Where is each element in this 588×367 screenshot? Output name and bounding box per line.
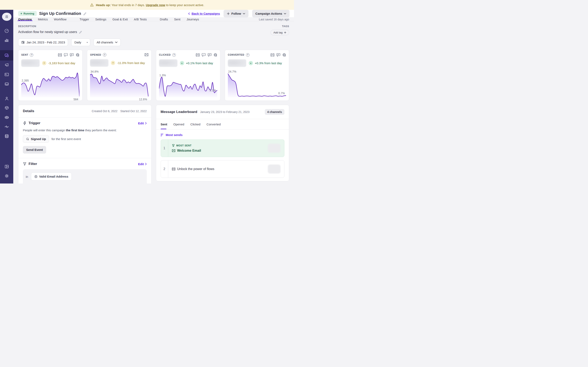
edit-trigger-link[interactable]: Edit bbox=[138, 122, 147, 125]
rank-number: 1 bbox=[161, 140, 168, 157]
sidebar-item-objects[interactable] bbox=[0, 103, 13, 113]
metric-card-clicked: CLICKED ? ▲ +0.1% from last day 1.3% 1.1… bbox=[156, 50, 220, 101]
edit-filter-link[interactable]: Edit bbox=[138, 162, 147, 166]
redacted-value-blob bbox=[159, 59, 177, 67]
sidebar-item-settings[interactable] bbox=[0, 171, 13, 181]
leaderboard-row-2[interactable]: 2 Unlock the power of flows bbox=[161, 160, 285, 178]
calendar-icon bbox=[21, 41, 25, 44]
webhook-globe-icon bbox=[76, 53, 79, 57]
trial-banner: Heads up: Your trial ends in 7 days. Upg… bbox=[0, 0, 294, 10]
trigger-event-chip[interactable]: Signed Up bbox=[23, 135, 49, 143]
opened-sparkline bbox=[90, 72, 148, 97]
message-name: Unlock the power of flows bbox=[177, 167, 214, 171]
help-icon[interactable]: ? bbox=[172, 53, 176, 57]
leaderboard-row-1[interactable]: 1 MOST SENT Welcome Email bbox=[161, 140, 285, 157]
sidebar-item-dashboard[interactable] bbox=[0, 26, 13, 35]
sort-most-sends[interactable]: Most sends bbox=[156, 129, 289, 140]
chart-start-value: 2,395 bbox=[22, 79, 29, 82]
message-name: Welcome Email bbox=[177, 149, 201, 152]
trigger-section: Trigger Edit People will enter this camp… bbox=[18, 117, 151, 158]
tab-sent[interactable]: Sent bbox=[174, 17, 181, 21]
converted-sparkline bbox=[228, 72, 286, 97]
tab-trigger[interactable]: Trigger bbox=[79, 17, 89, 21]
sidebar-item-data[interactable] bbox=[0, 132, 13, 141]
building-icon bbox=[4, 15, 9, 19]
add-tag-button[interactable]: Add tag bbox=[270, 30, 289, 35]
granularity-select[interactable]: Daily ▾ bbox=[71, 39, 90, 46]
leaderboard-tab-sent[interactable]: Sent bbox=[161, 119, 167, 129]
description-text: Activation flow for newly signed up user… bbox=[18, 30, 77, 34]
clicked-sparkline bbox=[159, 72, 217, 97]
email-icon bbox=[270, 53, 274, 57]
redacted-value-blob bbox=[268, 165, 281, 174]
campaign-actions-button[interactable]: Campaign Actions bbox=[252, 10, 290, 17]
chevron-right-icon bbox=[145, 163, 147, 165]
banner-text: Your trial ends in 7 days. bbox=[112, 3, 145, 7]
tab-ab-tests[interactable]: A/B Tests bbox=[134, 17, 147, 21]
sidebar-item-transactional[interactable] bbox=[0, 70, 13, 79]
leaderboard-tab-clicked[interactable]: Clicked bbox=[190, 119, 200, 129]
edit-title-pencil-icon[interactable] bbox=[83, 12, 86, 15]
tab-overview[interactable]: Overview bbox=[18, 17, 32, 21]
chevron-down-icon bbox=[115, 42, 118, 43]
tab-journeys[interactable]: Journeys bbox=[187, 17, 199, 21]
tab-metrics[interactable]: Metrics bbox=[38, 17, 48, 21]
metric-label: CONVERTED bbox=[228, 53, 244, 56]
lightning-bolt-icon bbox=[23, 121, 26, 125]
sms-bubble-icon bbox=[64, 53, 68, 57]
chart-end-value: 1.1% bbox=[209, 89, 216, 92]
sidebar-item-analytics[interactable] bbox=[0, 35, 13, 45]
chart-start-value: 24.7% bbox=[228, 70, 236, 73]
tab-workflow[interactable]: Workflow bbox=[54, 17, 66, 21]
trend-badge: ▲ +0.3% from last day bbox=[249, 61, 282, 65]
chart-start-value: 1.3% bbox=[159, 74, 166, 77]
started-date: Started Oct 12, 2022 bbox=[120, 109, 147, 113]
channel-icons bbox=[58, 53, 79, 57]
tab-drafts[interactable]: Drafts bbox=[160, 17, 168, 21]
tab-settings[interactable]: Settings bbox=[95, 17, 106, 21]
status-badge: Running bbox=[18, 11, 37, 16]
channels-count-badge: 4 channels bbox=[265, 109, 285, 115]
help-icon[interactable]: ? bbox=[246, 53, 250, 57]
rank-number: 2 bbox=[161, 160, 168, 178]
sidebar-item-people[interactable] bbox=[0, 94, 13, 103]
tags-label: TAGS bbox=[282, 25, 289, 28]
most-sent-label: MOST SENT bbox=[176, 144, 192, 147]
trend-arrow-icon: ▼ bbox=[111, 61, 115, 65]
send-event-button[interactable]: Send Event bbox=[23, 146, 46, 154]
channels-dropdown[interactable]: All channels bbox=[94, 39, 121, 46]
chart-start-value: 34.8% bbox=[90, 70, 99, 73]
filter-section: Filter Edit in Valid Email Address bbox=[18, 158, 151, 184]
help-icon[interactable]: ? bbox=[30, 53, 33, 57]
trend-badge: ▼ -11.0% from last day bbox=[111, 61, 145, 65]
filter-condition-chip[interactable]: Valid Email Address bbox=[31, 173, 72, 180]
leaderboard-tab-converted[interactable]: Converted bbox=[207, 119, 221, 129]
upgrade-link[interactable]: Upgrade now bbox=[146, 3, 165, 7]
warning-icon bbox=[90, 3, 94, 7]
sidebar-item-inbox[interactable] bbox=[0, 79, 13, 89]
trend-badge: ▼ -3,183 from last day bbox=[42, 61, 75, 65]
back-to-campaigns-link[interactable]: Back to Campaigns bbox=[188, 12, 220, 15]
email-icon bbox=[58, 53, 62, 57]
date-range-picker[interactable]: Jan 24, 2023 - Feb 22, 2023 bbox=[18, 39, 68, 46]
segment-circle-icon bbox=[34, 175, 38, 178]
sidebar-item-broadcasts[interactable] bbox=[0, 60, 13, 70]
sidebar-item-campaigns[interactable] bbox=[0, 50, 13, 60]
help-icon[interactable]: ? bbox=[103, 53, 106, 57]
campaign-header: Running Sign Up Confirmation Back to Cam… bbox=[13, 10, 294, 17]
sort-descending-icon bbox=[161, 133, 164, 136]
leaderboard-tab-opened[interactable]: Opened bbox=[173, 119, 184, 129]
tab-goal-exit[interactable]: Goal & Exit bbox=[112, 17, 128, 21]
metric-card-sent: SENT ? ▼ -3,183 from last day 2,395 584 bbox=[18, 50, 82, 101]
last-saved-text: Last saved 16 days ago bbox=[259, 18, 289, 21]
trend-arrow-icon: ▲ bbox=[180, 61, 184, 65]
sidebar-item-activity[interactable] bbox=[0, 122, 13, 132]
follow-button[interactable]: Follow bbox=[224, 10, 249, 17]
chart-end-value: 0.7% bbox=[278, 92, 285, 95]
sidebar-item-layout[interactable] bbox=[0, 162, 13, 171]
redacted-value-blob bbox=[21, 59, 40, 67]
workspace-logo[interactable] bbox=[2, 13, 11, 21]
sidebar-item-segments[interactable] bbox=[0, 113, 13, 122]
webhook-globe-icon bbox=[282, 53, 286, 57]
edit-description-pencil-icon[interactable] bbox=[79, 30, 82, 34]
